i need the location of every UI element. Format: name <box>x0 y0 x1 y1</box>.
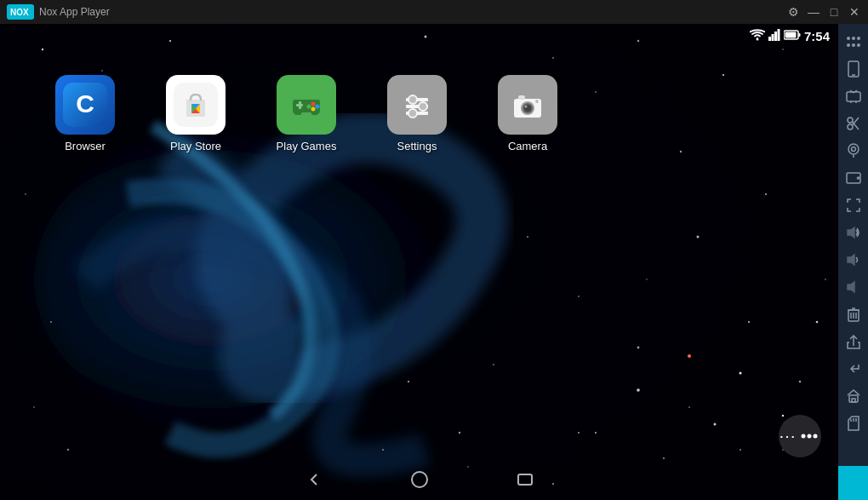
sidebar-phone-icon[interactable] <box>841 56 866 82</box>
svg-point-88 <box>847 37 850 40</box>
app-settings[interactable]: Settings <box>383 75 451 152</box>
svg-point-74 <box>408 109 417 118</box>
settings-label: Settings <box>397 140 437 152</box>
titlebar: NOX Nox App Player ⚙ — □ ✕ <box>0 0 868 24</box>
sidebar-tv-icon[interactable] <box>841 83 866 109</box>
svg-point-91 <box>847 43 850 47</box>
sidebar-back-icon[interactable] <box>841 356 866 382</box>
svg-line-103 <box>852 122 859 129</box>
svg-rect-106 <box>847 173 860 183</box>
play-games-label: Play Games <box>277 140 337 152</box>
svg-point-105 <box>851 147 855 152</box>
svg-point-102 <box>848 124 853 129</box>
svg-rect-49 <box>774 32 777 41</box>
sidebar-fullscreen-icon[interactable] <box>841 193 866 218</box>
status-bar: 7:54 <box>741 24 838 49</box>
settings-btn[interactable]: ⚙ <box>786 5 800 19</box>
app-play-games[interactable]: Play Games <box>272 75 340 152</box>
camera-icon <box>498 75 557 135</box>
svg-point-64 <box>311 102 316 106</box>
svg-rect-87 <box>518 474 532 485</box>
sidebar-volume-down-icon[interactable] <box>841 274 866 300</box>
svg-marker-110 <box>848 282 854 292</box>
minimize-btn[interactable]: — <box>807 5 820 19</box>
sidebar-trash-icon[interactable] <box>841 302 866 327</box>
svg-rect-48 <box>771 34 774 41</box>
app-browser[interactable]: C Browser <box>51 75 119 152</box>
play-store-icon <box>166 75 226 135</box>
nox-logo: NOX <box>7 5 34 19</box>
svg-point-93 <box>857 43 860 47</box>
svg-point-84 <box>808 434 812 439</box>
signal-icon <box>768 29 780 43</box>
svg-marker-108 <box>848 227 854 238</box>
sidebar-home-icon[interactable] <box>841 383 866 409</box>
svg-rect-50 <box>777 29 779 41</box>
svg-point-107 <box>857 177 859 179</box>
browser-icon: C <box>55 75 115 135</box>
svg-point-85 <box>814 434 818 439</box>
play-games-icon <box>277 75 336 135</box>
svg-point-67 <box>307 105 311 109</box>
sidebar-accent <box>838 466 868 500</box>
svg-point-65 <box>316 105 320 109</box>
sidebar-menu-icon[interactable] <box>841 29 866 55</box>
maximize-btn[interactable]: □ <box>827 5 841 19</box>
camera-label: Camera <box>508 140 547 152</box>
android-screen: 7:54 C <box>0 24 838 500</box>
apps-row: C Browser <box>51 75 562 152</box>
browser-label: Browser <box>65 140 106 152</box>
right-sidebar <box>838 24 868 500</box>
svg-point-90 <box>857 37 860 40</box>
svg-point-83 <box>802 434 806 439</box>
svg-text:NOX: NOX <box>10 8 29 17</box>
svg-point-81 <box>535 100 539 103</box>
svg-rect-119 <box>852 399 855 402</box>
android-main: 7:54 C <box>0 24 838 500</box>
svg-point-73 <box>419 102 427 111</box>
app-camera[interactable]: Camera <box>494 75 562 152</box>
sidebar-sd-icon[interactable] <box>841 411 866 436</box>
svg-line-104 <box>852 118 859 125</box>
svg-point-86 <box>412 472 427 487</box>
titlebar-title: Nox App Player <box>39 6 110 18</box>
wifi-icon <box>750 29 765 43</box>
sidebar-share-icon[interactable] <box>841 329 866 354</box>
svg-point-66 <box>311 107 316 112</box>
sidebar-tablet-icon[interactable] <box>841 165 866 191</box>
battery-icon <box>784 30 801 43</box>
recent-button[interactable] <box>515 469 535 494</box>
home-button[interactable] <box>409 469 430 494</box>
svg-text:C: C <box>76 89 94 118</box>
svg-point-46 <box>756 38 758 41</box>
app-play-store[interactable]: Play Store <box>162 75 230 152</box>
clock: 7:54 <box>804 29 830 43</box>
settings-icon <box>387 75 447 135</box>
apps-drawer-button[interactable] <box>779 415 821 457</box>
svg-point-72 <box>408 95 417 104</box>
play-store-label: Play Store <box>170 140 221 152</box>
svg-rect-63 <box>299 101 301 109</box>
titlebar-left: NOX Nox App Player <box>7 5 110 19</box>
sidebar-volume-up-icon[interactable] <box>841 220 866 245</box>
sidebar-scissors-icon[interactable] <box>841 111 866 136</box>
svg-point-92 <box>852 43 855 47</box>
titlebar-controls: ⚙ — □ ✕ <box>786 5 861 19</box>
svg-marker-109 <box>848 255 854 265</box>
svg-point-89 <box>852 37 855 40</box>
svg-rect-80 <box>518 95 525 100</box>
svg-point-101 <box>848 118 853 123</box>
back-button[interactable] <box>304 469 324 494</box>
bottom-nav <box>0 463 838 500</box>
svg-rect-52 <box>785 32 796 38</box>
svg-rect-47 <box>768 37 771 41</box>
svg-point-82 <box>525 106 528 108</box>
sidebar-location-icon[interactable] <box>841 138 866 164</box>
svg-rect-96 <box>847 92 860 101</box>
close-btn[interactable]: ✕ <box>848 5 861 19</box>
svg-rect-53 <box>798 33 800 37</box>
sidebar-volume-mid-icon[interactable] <box>841 247 866 273</box>
